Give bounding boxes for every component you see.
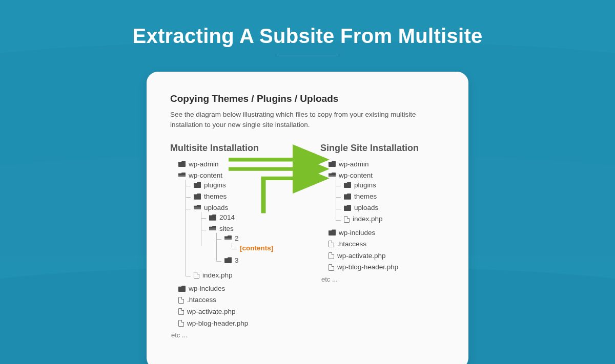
tree-item: index.php <box>344 216 383 223</box>
file-icon <box>178 297 184 304</box>
folder-open-icon <box>209 226 216 232</box>
tree-item: wp-content <box>178 172 222 179</box>
folder-icon <box>209 215 216 221</box>
tree-item-contents: [contents] <box>240 245 273 252</box>
col-singlesite-title: Single Site Installation <box>320 143 436 154</box>
folder-icon <box>344 205 351 211</box>
tree-item: 3 <box>224 257 239 264</box>
tree-item: themes <box>344 193 377 200</box>
folder-icon <box>194 182 201 188</box>
folder-icon <box>329 229 336 235</box>
folder-open-icon <box>224 235 232 242</box>
etc-text: etc ... <box>320 274 436 283</box>
col-singlesite: Single Site Installation wp-admin wp-con… <box>320 143 436 338</box>
tree-item: sites <box>209 225 234 232</box>
folder-icon <box>344 182 351 188</box>
tree-multisite: wp-admin wp-content plugins themes uploa… <box>170 159 311 338</box>
page-title-text: Extracting A Subsite From Multisite <box>132 25 482 47</box>
file-icon <box>344 216 350 223</box>
file-icon <box>178 320 184 327</box>
card-heading: Copying Themes / Plugins / Uploads <box>170 93 445 104</box>
folder-icon <box>344 194 351 200</box>
tree-item: uploads <box>344 204 378 211</box>
tree-item: plugins <box>194 182 226 189</box>
tree-item: .htaccess <box>178 296 216 304</box>
etc-text: etc ... <box>170 330 311 338</box>
folder-icon <box>224 257 232 263</box>
file-icon <box>178 308 184 315</box>
card-lead: See the diagram below illustrating which… <box>170 110 445 130</box>
folder-icon <box>178 161 186 167</box>
tree-item: 2014 <box>209 214 235 221</box>
file-icon <box>329 264 334 271</box>
folder-icon <box>329 161 336 167</box>
folder-open-icon <box>329 173 336 179</box>
tree-item: wp-blog-header.php <box>329 264 398 271</box>
file-icon <box>194 272 199 279</box>
tree-item: wp-admin <box>178 161 219 168</box>
tree-item: 2 <box>224 235 239 242</box>
folder-icon <box>178 286 186 292</box>
tree-item: wp-includes <box>329 229 375 237</box>
diagram-card: Copying Themes / Plugins / Uploads See t… <box>147 72 468 364</box>
file-icon <box>329 241 334 247</box>
tree-singlesite: wp-admin wp-content plugins themes uploa… <box>320 159 436 283</box>
folder-open-icon <box>178 173 186 179</box>
tree-item: wp-includes <box>178 285 225 292</box>
tree-item: themes <box>194 193 227 200</box>
file-icon <box>329 252 334 259</box>
tree-item: wp-content <box>329 172 373 179</box>
tree-item: .htaccess <box>329 241 366 248</box>
page-title: Extracting A Subsite From Multisite <box>0 0 615 48</box>
col-multisite: Multisite Installation wp-admin wp-conte… <box>170 143 311 338</box>
tree-item: index.php <box>194 272 233 279</box>
folder-icon <box>194 194 201 200</box>
tree-item: wp-blog-header.php <box>178 320 248 327</box>
tree-item: uploads <box>194 204 228 211</box>
tree-item: wp-activate.php <box>329 252 386 260</box>
col-multisite-title: Multisite Installation <box>170 143 311 154</box>
tree-item: wp-activate.php <box>178 308 236 315</box>
tree-item: plugins <box>344 182 376 189</box>
tree-item: wp-admin <box>329 161 369 168</box>
folder-open-icon <box>194 205 201 211</box>
